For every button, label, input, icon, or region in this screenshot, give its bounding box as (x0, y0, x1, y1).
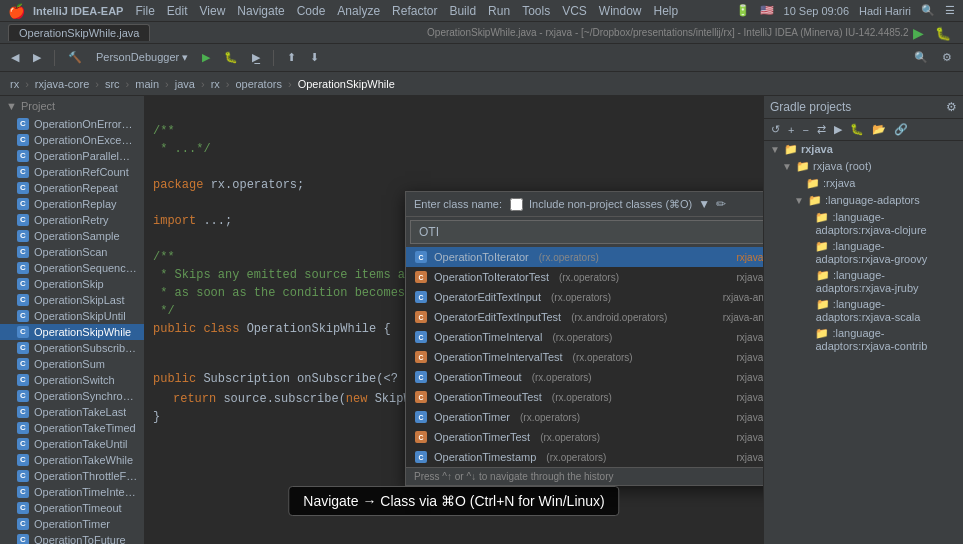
run-config-btn[interactable]: PersonDebugger ▾ (91, 48, 193, 67)
sidebar-item[interactable]: COperationTakeWhile (0, 452, 144, 468)
gradle-settings-icon[interactable]: ⚙ (946, 100, 957, 114)
menu-item-run[interactable]: Run (488, 4, 510, 18)
coverage-btn[interactable]: ▶̲ (247, 48, 265, 67)
menu-item-help[interactable]: Help (654, 4, 679, 18)
sidebar-item[interactable]: COperationThrottleFirst (0, 468, 144, 484)
settings-btn[interactable]: ⚙ (937, 48, 957, 67)
menu-item-tools[interactable]: Tools (522, 4, 550, 18)
include-non-project-checkbox[interactable] (510, 198, 523, 211)
gradle-debug-btn[interactable]: 🐛 (847, 122, 867, 137)
menu-item-code[interactable]: Code (297, 4, 326, 18)
filter-icon[interactable]: ▼ (698, 197, 710, 211)
sidebar-item[interactable]: COperationTimer (0, 516, 144, 532)
sidebar-item[interactable]: COperationOnExceptionRes (0, 132, 144, 148)
run-btn2[interactable]: ▶ (197, 48, 215, 67)
menu-item-file[interactable]: File (135, 4, 154, 18)
sidebar-item[interactable]: COperationSubscribeOn (0, 340, 144, 356)
search-everywhere-btn[interactable]: 🔍 (909, 48, 933, 67)
result-item[interactable]: COperationToIterator(rx.operators)rxjava… (406, 247, 763, 267)
result-item[interactable]: COperationTimeInterval(rx.operators)rxja… (406, 327, 763, 347)
sidebar-item[interactable]: COperationTimeInterval (0, 484, 144, 500)
gradle-open-btn[interactable]: 📂 (869, 122, 889, 137)
sidebar-item-label: OperationTimeInterval (34, 486, 138, 498)
sidebar-item[interactable]: COperationSkip (0, 276, 144, 292)
result-item[interactable]: COperationToIteratorTest(rx.operators)rx… (406, 267, 763, 287)
menu-icon[interactable]: ☰ (945, 4, 955, 17)
sidebar-item[interactable]: COperationTakeTimed (0, 420, 144, 436)
sidebar-item[interactable]: COperationSample (0, 228, 144, 244)
sidebar-item[interactable]: COperationTakeUntil (0, 436, 144, 452)
sidebar-item[interactable]: COperationReplay (0, 196, 144, 212)
result-item[interactable]: COperatorEditTextInput(rx.operators)rxja… (406, 287, 763, 307)
menu-item-build[interactable]: Build (449, 4, 476, 18)
debug-button[interactable]: 🐛 (931, 24, 955, 43)
sidebar-item[interactable]: COperationOnErrorReturn (0, 116, 144, 132)
crumb-rxjava-core[interactable]: rxjava-core (31, 77, 93, 91)
vcs-update-btn[interactable]: ⬇ (305, 48, 324, 67)
result-item[interactable]: COperatorEditTextInputTest(rx.android.op… (406, 307, 763, 327)
run-button[interactable]: ▶ (909, 23, 928, 43)
result-item[interactable]: COperationTimeoutTest(rx.operators)rxjav… (406, 387, 763, 407)
result-item[interactable]: COperationTimeIntervalTest(rx.operators)… (406, 347, 763, 367)
sidebar-item[interactable]: COperationSkipWhile (0, 324, 144, 340)
search-icon[interactable]: 🔍 (921, 4, 935, 17)
tree-item[interactable]: 📁 :rxjava (764, 175, 963, 192)
tree-item[interactable]: 📁 :language-adaptors:rxjava-jruby (764, 267, 963, 296)
file-tab[interactable]: OperationSkipWhile.java (8, 24, 150, 41)
sidebar-item[interactable]: COperationToFuture (0, 532, 144, 544)
result-item[interactable]: COperationTimerTest(rx.operators)rxjava-… (406, 427, 763, 447)
vcs-btn[interactable]: ⬆ (282, 48, 301, 67)
editor[interactable]: /** * ...*/ package rx.operators; import… (145, 96, 763, 544)
result-item[interactable]: COperationTimer(rx.operators)rxjava-core (406, 407, 763, 427)
sidebar-item[interactable]: COperationSkipUntil (0, 308, 144, 324)
gradle-add-btn[interactable]: + (785, 122, 797, 137)
tree-item[interactable]: 📁 :language-adaptors:rxjava-clojure (764, 209, 963, 238)
tree-item[interactable]: 📁 :language-adaptors:rxjava-contrib (764, 325, 963, 354)
crumb-java[interactable]: java (171, 77, 199, 91)
crumb-rx2[interactable]: rx (207, 77, 224, 91)
menu-item-edit[interactable]: Edit (167, 4, 188, 18)
tree-item[interactable]: ▼📁 :language-adaptors (764, 192, 963, 209)
sidebar-item[interactable]: COperationSum (0, 356, 144, 372)
sidebar-item[interactable]: COperationScan (0, 244, 144, 260)
menu-item-navigate[interactable]: Navigate (237, 4, 284, 18)
tree-item[interactable]: ▼📁 rxjava (764, 141, 963, 158)
gradle-refresh-btn[interactable]: ↺ (768, 122, 783, 137)
tree-item[interactable]: ▼📁 rxjava (root) (764, 158, 963, 175)
sidebar-item[interactable]: COperationTakeLast (0, 404, 144, 420)
menu-item-view[interactable]: View (200, 4, 226, 18)
crumb-src[interactable]: src (101, 77, 124, 91)
build-btn[interactable]: 🔨 (63, 48, 87, 67)
sidebar-item[interactable]: COperationSwitch (0, 372, 144, 388)
sidebar-item[interactable]: COperationTimeout (0, 500, 144, 516)
crumb-current[interactable]: OperationSkipWhile (294, 77, 399, 91)
gradle-run-btn[interactable]: ▶ (831, 122, 845, 137)
tree-item[interactable]: 📁 :language-adaptors:rxjava-scala (764, 296, 963, 325)
crumb-main[interactable]: main (131, 77, 163, 91)
sidebar-item[interactable]: COperationRepeat (0, 180, 144, 196)
back-btn[interactable]: ◀ (6, 48, 24, 67)
menu-item-analyze[interactable]: Analyze (337, 4, 380, 18)
gradle-link-btn[interactable]: 🔗 (891, 122, 911, 137)
sidebar-item[interactable]: COperationSequenceEqual (0, 260, 144, 276)
wand-icon[interactable]: ✏ (716, 197, 726, 211)
debug-btn2[interactable]: 🐛 (219, 48, 243, 67)
crumb-operators[interactable]: operators (231, 77, 285, 91)
tree-item[interactable]: 📁 :language-adaptors:rxjava-groovy (764, 238, 963, 267)
sidebar-item[interactable]: COperationRefCount (0, 164, 144, 180)
forward-btn[interactable]: ▶ (28, 48, 46, 67)
menu-item-window[interactable]: Window (599, 4, 642, 18)
class-search-input[interactable] (410, 220, 763, 244)
crumb-rx[interactable]: rx (6, 77, 23, 91)
gradle-remove-btn[interactable]: − (799, 122, 811, 137)
menu-item-refactor[interactable]: Refactor (392, 4, 437, 18)
result-item[interactable]: COperationTimestamp(rx.operators)rxjava-… (406, 447, 763, 467)
gradle-sync-btn[interactable]: ⇄ (814, 122, 829, 137)
result-location: rxjava-core (737, 332, 763, 343)
sidebar-item[interactable]: COperationRetry (0, 212, 144, 228)
sidebar-item[interactable]: COperationSkipLast (0, 292, 144, 308)
result-item[interactable]: COperationTimeout(rx.operators)rxjava-co… (406, 367, 763, 387)
sidebar-item[interactable]: COperationParallelMerge (0, 148, 144, 164)
sidebar-item[interactable]: COperationSynchronize (0, 388, 144, 404)
menu-item-vcs[interactable]: VCS (562, 4, 587, 18)
